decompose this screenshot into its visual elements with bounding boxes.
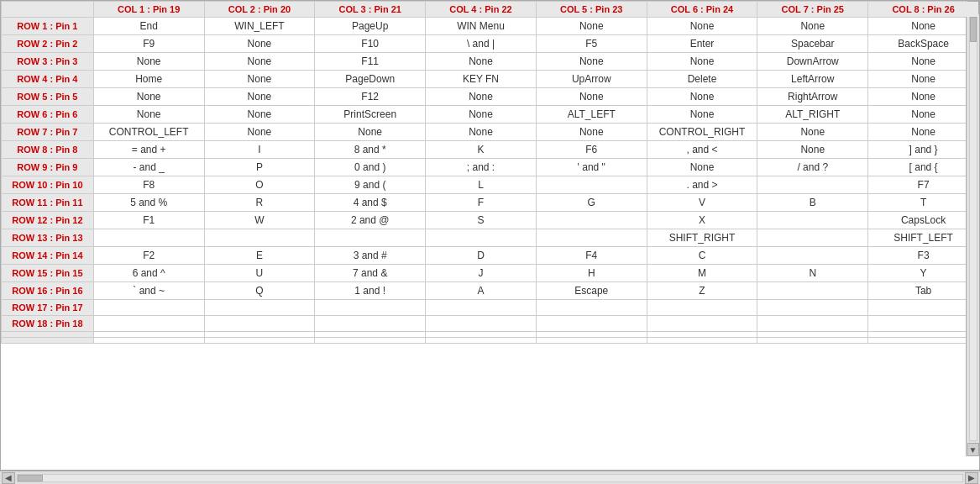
cell-r19-c2	[315, 338, 426, 344]
row-header-8: ROW 9 : Pin 9	[2, 159, 94, 176]
cell-r11-c3: S	[426, 212, 537, 229]
row-header-11: ROW 12 : Pin 12	[2, 212, 94, 229]
cell-r14-c3: J	[426, 265, 537, 282]
cell-r4-c6: RightArrow	[757, 88, 868, 106]
cell-r7-c0: = and +	[93, 141, 204, 159]
cell-r3-c7: None	[868, 71, 979, 88]
scroll-left-arrow[interactable]: ◀	[2, 472, 15, 484]
cell-r14-c5: M	[647, 265, 757, 282]
table-row: ROW 11 : Pin 115 and %R4 and $FGVBT	[2, 194, 979, 212]
cell-r17-c3	[426, 316, 537, 332]
cell-r15-c1: Q	[204, 282, 315, 300]
cell-r0-c1: WIN_LEFT	[204, 18, 315, 35]
cell-r12-c1	[204, 229, 315, 247]
scroll-thumb-horizontal[interactable]	[18, 475, 43, 481]
cell-r15-c3: A	[426, 282, 537, 300]
scroll-right-arrow[interactable]: ▶	[965, 472, 978, 484]
col-header-8: COL 8 : Pin 26	[868, 2, 979, 18]
cell-r14-c7: Y	[868, 265, 979, 282]
table-row: ROW 8 : Pin 8= and +I8 and *KF6, and <No…	[2, 141, 979, 159]
cell-r3-c0: Home	[93, 71, 204, 88]
row-header-16: ROW 17 : Pin 17	[2, 300, 94, 316]
cell-r3-c5: Delete	[647, 71, 757, 88]
cell-r10-c6: B	[757, 194, 868, 212]
cell-r10-c2: 4 and $	[315, 194, 426, 212]
row-header-6: ROW 7 : Pin 7	[2, 124, 94, 141]
cell-r13-c7: F3	[868, 247, 979, 265]
cell-r14-c1: U	[204, 265, 315, 282]
cell-r18-c6	[757, 332, 868, 338]
cell-r7-c3: K	[426, 141, 537, 159]
cell-r2-c5: None	[647, 53, 757, 71]
cell-r9-c3: L	[426, 176, 537, 194]
cell-r13-c2: 3 and #	[315, 247, 426, 265]
cell-r4-c3: None	[426, 88, 537, 106]
cell-r19-c3	[426, 338, 537, 344]
cell-r3-c3: KEY FN	[426, 71, 537, 88]
cell-r0-c4: None	[536, 18, 647, 35]
col-header-3: COL 3 : Pin 21	[315, 2, 426, 18]
cell-r1-c7: BackSpace	[868, 35, 979, 53]
cell-r12-c5: SHIFT_RIGHT	[647, 229, 757, 247]
cell-r18-c1	[204, 332, 315, 338]
cell-r11-c7: CapsLock	[868, 212, 979, 229]
cell-r8-c2: 0 and )	[315, 159, 426, 176]
cell-r0-c3: WIN Menu	[426, 18, 537, 35]
cell-r16-c1	[204, 300, 315, 316]
col-header-6: COL 6 : Pin 24	[647, 2, 757, 18]
cell-r1-c6: Spacebar	[757, 35, 868, 53]
cell-r13-c6	[757, 247, 868, 265]
cell-r5-c4: ALT_LEFT	[536, 106, 647, 124]
cell-r5-c0: None	[93, 106, 204, 124]
cell-r0-c5: None	[647, 18, 757, 35]
cell-r16-c3	[426, 300, 537, 316]
cell-r19-c6	[757, 338, 868, 344]
scroll-thumb-vertical[interactable]	[970, 17, 977, 42]
cell-r5-c5: None	[647, 106, 757, 124]
row-header-10: ROW 11 : Pin 11	[2, 194, 94, 212]
table-row: ROW 10 : Pin 10F8O9 and (L. and >F7	[2, 176, 979, 194]
row-header-0: ROW 1 : Pin 1	[2, 18, 94, 35]
cell-r9-c5: . and >	[647, 176, 757, 194]
cell-r6-c2: None	[315, 124, 426, 141]
cell-r6-c5: CONTROL_RIGHT	[647, 124, 757, 141]
row-header-14: ROW 15 : Pin 15	[2, 265, 94, 282]
scroll-track-vertical[interactable]	[969, 16, 977, 441]
cell-r16-c5	[647, 300, 757, 316]
cell-r16-c2	[315, 300, 426, 316]
table-row: ROW 2 : Pin 2F9NoneF10\ and |F5EnterSpac…	[2, 35, 979, 53]
row-header-5: ROW 6 : Pin 6	[2, 106, 94, 124]
col-header-2: COL 2 : Pin 20	[204, 2, 315, 18]
cell-r0-c2: PageUp	[315, 18, 426, 35]
cell-r14-c0: 6 and ^	[93, 265, 204, 282]
cell-r5-c7: None	[868, 106, 979, 124]
table-row: ROW 3 : Pin 3NoneNoneF11NoneNoneNoneDown…	[2, 53, 979, 71]
cell-r17-c7	[868, 316, 979, 332]
cell-r15-c5: Z	[647, 282, 757, 300]
cell-r16-c0	[93, 300, 204, 316]
col-header-1: COL 1 : Pin 19	[93, 2, 204, 18]
cell-r1-c5: Enter	[647, 35, 757, 53]
cell-r9-c0: F8	[93, 176, 204, 194]
cell-r5-c2: PrintScreen	[315, 106, 426, 124]
col-header-5: COL 5 : Pin 23	[536, 2, 647, 18]
cell-r14-c6: N	[757, 265, 868, 282]
horizontal-scrollbar[interactable]: ◀ ▶	[0, 471, 980, 484]
scroll-track-horizontal[interactable]	[17, 474, 963, 482]
table-row: ROW 16 : Pin 16` and ~Q1 and !AEscapeZTa…	[2, 282, 979, 300]
cell-r5-c1: None	[204, 106, 315, 124]
cell-r17-c6	[757, 316, 868, 332]
scroll-down-arrow[interactable]: ▼	[967, 443, 979, 456]
table-row: ROW 17 : Pin 17	[2, 300, 979, 316]
row-header-7: ROW 8 : Pin 8	[2, 141, 94, 159]
main-table-wrapper[interactable]: COL 1 : Pin 19COL 2 : Pin 20COL 3 : Pin …	[0, 0, 980, 471]
cell-r19-c4	[536, 338, 647, 344]
vertical-scrollbar[interactable]: ▲ ▼	[966, 1, 979, 456]
row-header-18	[2, 332, 94, 338]
table-row: ROW 13 : Pin 13SHIFT_RIGHTSHIFT_LEFT	[2, 229, 979, 247]
pin-mapping-table: COL 1 : Pin 19COL 2 : Pin 20COL 3 : Pin …	[1, 1, 979, 344]
cell-r3-c6: LeftArrow	[757, 71, 868, 88]
cell-r17-c2	[315, 316, 426, 332]
cell-r12-c0	[93, 229, 204, 247]
cell-r1-c4: F5	[536, 35, 647, 53]
